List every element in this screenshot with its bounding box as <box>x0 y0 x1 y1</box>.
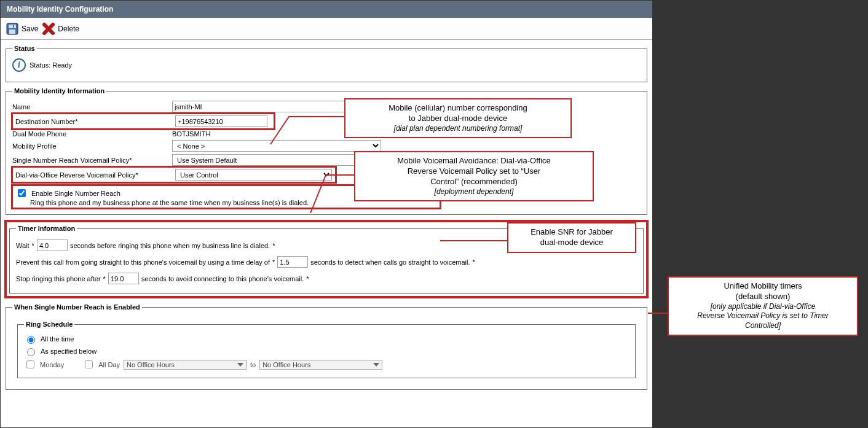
connector-line <box>264 107 347 150</box>
ring-asspec-label: As specified below <box>41 348 97 355</box>
prev-input[interactable] <box>277 256 308 268</box>
snrvp-label: Single Number Reach Voicemail Policy <box>12 157 172 164</box>
snrvp-select[interactable]: Use System Default <box>172 154 381 166</box>
delete-button[interactable]: Delete <box>42 22 79 36</box>
monday-label: Monday <box>40 361 64 368</box>
dvorp-row-highlight: Dial-via-Office Reverse Voicemail Policy… <box>11 166 337 184</box>
destination-row-highlight: Destination Number <box>11 112 275 130</box>
destination-input[interactable] <box>175 115 267 127</box>
snr-enable-checkbox[interactable] <box>18 189 26 197</box>
save-label: Save <box>22 25 38 33</box>
ring-schedule-legend: Ring Schedule <box>24 321 74 328</box>
ring-asspec-radio[interactable] <box>27 348 35 356</box>
to-select[interactable]: No Office Hours <box>259 360 382 370</box>
stop-post: seconds to avoid connecting to this phon… <box>141 275 304 282</box>
connector-line <box>440 235 511 247</box>
callout-voicemail-avoidance: Mobile Voicemail Avoidance: Dial-via-Off… <box>354 151 594 201</box>
allday-label: All Day <box>98 361 120 368</box>
dualmode-label: Dual Mode Phone <box>12 130 172 138</box>
timer-legend: Timer Information <box>16 225 77 232</box>
save-icon <box>6 22 19 36</box>
profile-label: Mobility Profile <box>12 142 172 150</box>
toolbar: Save Delete <box>1 18 652 40</box>
callout-mobile-number: Mobile (cellular) number corresponding t… <box>344 98 572 138</box>
callout-timers: Unified Mobility timers (default shown) … <box>668 276 858 336</box>
chevron-down-icon <box>373 363 379 367</box>
delete-icon <box>42 22 55 36</box>
callout-enable-snr: Enable SNR for Jabber dual-mode device <box>507 222 636 253</box>
from-select[interactable]: No Office Hours <box>124 360 247 370</box>
save-button[interactable]: Save <box>6 22 38 36</box>
ring-alltime-radio[interactable] <box>27 336 35 344</box>
identity-legend: Mobility Identity Information <box>12 87 106 95</box>
snr-enabled-legend: When Single Number Reach is Enabled <box>12 303 142 311</box>
status-legend: Status <box>12 45 37 52</box>
stop-input[interactable] <box>108 273 139 284</box>
info-icon: i <box>12 58 26 72</box>
status-text: Status: Ready <box>30 61 72 69</box>
dualmode-value: BOTJSMITH <box>172 130 210 138</box>
prev-pre: Prevent this call from going straight to… <box>16 259 270 266</box>
stop-pre: Stop ringing this phone after <box>16 275 101 282</box>
wait-input[interactable] <box>37 239 68 251</box>
snr-enabled-fieldset: When Single Number Reach is Enabled Ring… <box>6 303 647 390</box>
dvorp-label: Dial-via-Office Reverse Voicemail Policy <box>15 171 175 179</box>
delete-label: Delete <box>58 25 79 33</box>
ring-schedule-fieldset: Ring Schedule All the time As specified … <box>17 321 636 378</box>
destination-label: Destination Number <box>15 118 175 125</box>
status-fieldset: Status i Status: Ready <box>6 45 647 82</box>
snr-enable-label: Enable Single Number Reach <box>31 190 120 197</box>
svg-rect-3 <box>13 25 14 28</box>
window-title: Mobility Identity Configuration <box>1 1 652 18</box>
wait-post: seconds before ringing this phone when m… <box>70 242 270 249</box>
name-label: Name <box>12 103 172 111</box>
ring-alltime-label: All the time <box>41 335 74 343</box>
svg-rect-2 <box>9 29 15 34</box>
allday-checkbox[interactable] <box>85 360 93 368</box>
wait-pre: Wait <box>16 242 30 249</box>
connector-line <box>307 169 357 218</box>
to-label: to <box>250 361 256 368</box>
prev-post: seconds to detect when calls go straight… <box>310 259 470 266</box>
chevron-down-icon <box>237 363 243 367</box>
monday-checkbox[interactable] <box>26 360 34 368</box>
svg-rect-1 <box>9 25 16 28</box>
